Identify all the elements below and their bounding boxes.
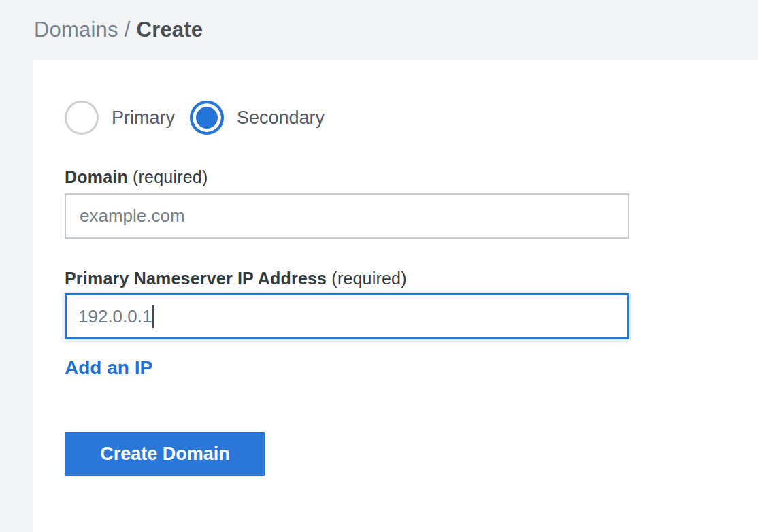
radio-primary-label: Primary	[112, 107, 175, 129]
domain-input[interactable]	[65, 193, 629, 239]
ip-input[interactable]: 192.0.0.1	[65, 293, 629, 339]
ip-required-note: (required)	[331, 269, 406, 288]
breadcrumb-create: Create	[137, 18, 203, 41]
create-domain-panel: Primary Secondary Domain (required) Prim…	[33, 60, 758, 532]
radio-primary-circle[interactable]	[65, 101, 99, 135]
ip-field-label: Primary Nameserver IP Address (required)	[65, 269, 758, 288]
ip-label-text: Primary Nameserver IP Address	[65, 269, 327, 288]
domain-required-note: (required)	[133, 167, 208, 186]
domain-field-label: Domain (required)	[65, 167, 758, 187]
domain-label-text: Domain	[65, 167, 128, 186]
breadcrumb: Domains/Create	[34, 18, 203, 42]
breadcrumb-domains[interactable]: Domains	[34, 18, 118, 41]
radio-secondary-label: Secondary	[237, 107, 325, 129]
radio-option-secondary[interactable]: Secondary	[190, 101, 325, 135]
add-ip-link[interactable]: Add an IP	[65, 357, 152, 379]
ip-input-value: 192.0.0.1	[78, 306, 152, 327]
domain-type-radio-group: Primary Secondary	[65, 101, 758, 135]
breadcrumb-separator: /	[118, 18, 137, 41]
radio-option-primary[interactable]: Primary	[65, 101, 175, 135]
text-caret	[152, 305, 154, 328]
radio-secondary-circle[interactable]	[190, 101, 224, 135]
create-domain-button[interactable]: Create Domain	[65, 432, 265, 476]
breadcrumb-band: Domains/Create	[0, 0, 758, 60]
